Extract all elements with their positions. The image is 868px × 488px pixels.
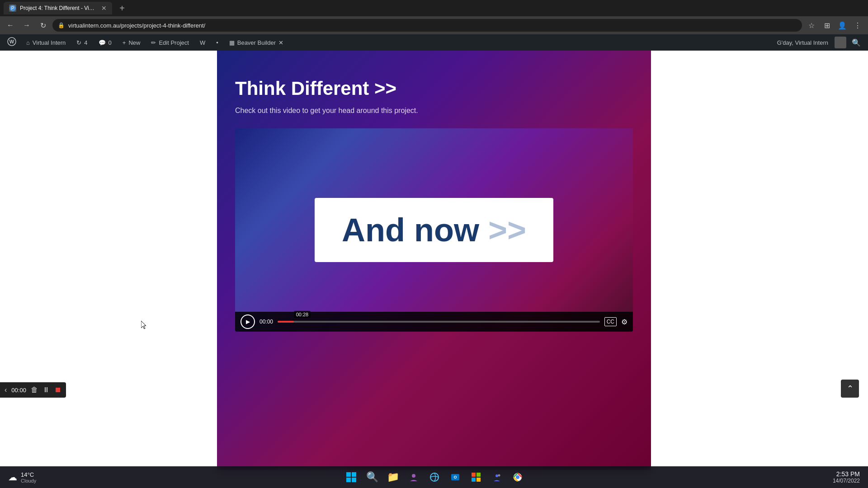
wp-admin-bar: W ⌂ Virtual Intern ↻ 4 💬 0 + New ✏ Edit …: [0, 34, 868, 51]
taskbar-outlook-button[interactable]: O: [446, 468, 465, 487]
wp-dot-icon[interactable]: •: [212, 34, 223, 51]
weather-temp: 14°C: [21, 471, 36, 478]
taskbar-browser-button[interactable]: [425, 468, 444, 487]
wp-beaver-builder[interactable]: ▦ Beaver Builder ✕: [225, 34, 288, 51]
floating-panel: ‹ 00:00 🗑 ⏸ ⏹: [0, 382, 66, 398]
page-content: Think Different >> Check out this video …: [0, 51, 868, 470]
toolbar-icons: ☆ ⊞ 👤 ⋮: [805, 19, 864, 32]
profile-icon[interactable]: 👤: [835, 19, 849, 32]
wp-updates[interactable]: ↻ 4: [72, 34, 92, 51]
bookmark-icon[interactable]: ☆: [805, 19, 818, 32]
svg-rect-5: [352, 472, 356, 477]
video-player[interactable]: And now >> ▶ 00:00 00:28 CC ⚙: [235, 128, 633, 332]
taskbar-files-button[interactable]: 📁: [383, 468, 402, 487]
taskbar-teams2-button[interactable]: [487, 468, 506, 487]
forward-button[interactable]: →: [20, 19, 33, 32]
svg-rect-12: [472, 473, 476, 477]
scroll-top-button[interactable]: ⌃: [841, 380, 859, 398]
tab-favicon: P: [9, 5, 16, 12]
panel-stop-button[interactable]: ⏹: [54, 386, 61, 394]
cc-button[interactable]: CC: [604, 317, 617, 326]
reload-button[interactable]: ↻: [36, 19, 50, 32]
weather-text: 14°C Cloudy: [21, 471, 36, 483]
taskbar-search-button[interactable]: 🔍: [363, 468, 382, 487]
right-padding: [651, 51, 868, 470]
taskbar-time: 2:53 PM: [836, 470, 860, 478]
svg-rect-13: [476, 473, 481, 477]
svg-rect-14: [472, 478, 476, 482]
svg-point-8: [412, 474, 415, 478]
wp-woo-icon[interactable]: W: [195, 34, 210, 51]
svg-point-9: [430, 473, 439, 481]
extensions-icon[interactable]: ⊞: [820, 19, 834, 32]
progress-bar[interactable]: 00:28: [278, 321, 600, 323]
wp-comment-icon: 💬: [99, 39, 106, 46]
svg-point-16: [495, 474, 498, 477]
url-text: virtualintern.com.au/projects/project-4-…: [68, 22, 205, 29]
svg-point-17: [498, 474, 500, 477]
wp-edit-project[interactable]: ✏ Edit Project: [146, 34, 193, 51]
panel-back-button[interactable]: ‹: [5, 386, 7, 394]
wp-admin-right: G'day, Virtual Intern 🔍: [773, 37, 864, 48]
svg-rect-4: [346, 472, 351, 477]
weather-widget[interactable]: ☁ 14°C Cloudy: [4, 469, 41, 485]
taskbar-center: 🔍 📁 O: [41, 468, 828, 487]
address-bar[interactable]: 🔒 virtualintern.com.au/projects/project-…: [52, 19, 802, 32]
taskbar-start-button[interactable]: [342, 468, 361, 487]
svg-text:P: P: [11, 6, 14, 11]
current-time: 00:00: [259, 319, 273, 325]
progress-tooltip: 00:28: [294, 311, 311, 318]
hero-section: Think Different >> Check out this video …: [217, 51, 651, 470]
page-wrapper: Think Different >> Check out this video …: [0, 51, 868, 470]
svg-point-20: [516, 476, 519, 479]
video-chevrons: >>: [488, 212, 526, 248]
panel-time: 00:00: [11, 387, 26, 394]
lock-icon: 🔒: [58, 22, 65, 28]
wp-plus-icon: +: [123, 39, 126, 46]
new-tab-button[interactable]: +: [116, 2, 128, 14]
video-main-text: And now: [342, 212, 488, 248]
svg-rect-6: [346, 478, 351, 482]
wp-site-name[interactable]: ⌂ Virtual Intern: [22, 34, 70, 51]
hero-title: Think Different >>: [235, 78, 633, 99]
wp-house-icon: ⌂: [26, 39, 30, 46]
svg-rect-15: [476, 478, 481, 482]
svg-text:O: O: [454, 475, 457, 479]
panel-delete-button[interactable]: 🗑: [31, 386, 38, 394]
wp-logo[interactable]: W: [4, 37, 20, 48]
browser-tab[interactable]: P Project 4: Think Different - Virtu... …: [4, 2, 112, 14]
wp-comments[interactable]: 💬 0: [94, 34, 116, 51]
wp-new-button[interactable]: + New: [118, 34, 145, 51]
weather-icon: ☁: [8, 472, 17, 483]
left-padding: [0, 51, 217, 470]
taskbar-store-button[interactable]: [467, 468, 486, 487]
wp-greeting-text: G'day, Virtual Intern: [773, 39, 833, 46]
hero-subtitle: Check out this video to get your head ar…: [235, 107, 633, 115]
tab-title: Project 4: Think Different - Virtu...: [20, 5, 96, 11]
svg-rect-7: [352, 478, 356, 482]
taskbar-left: ☁ 14°C Cloudy: [4, 469, 41, 485]
tab-close-button[interactable]: ✕: [101, 5, 107, 12]
weather-condition: Cloudy: [21, 478, 36, 483]
taskbar-teams-button[interactable]: [404, 468, 423, 487]
taskbar-date: 14/07/2022: [833, 478, 860, 484]
wp-avatar[interactable]: [835, 37, 846, 48]
wp-beaver-icon: ▦: [229, 39, 235, 46]
back-button[interactable]: ←: [4, 19, 17, 32]
address-bar-row: ← → ↻ 🔒 virtualintern.com.au/projects/pr…: [0, 16, 868, 34]
more-icon[interactable]: ⋮: [851, 19, 864, 32]
video-controls: ▶ 00:00 00:28 CC ⚙: [235, 312, 633, 332]
tab-bar: P Project 4: Think Different - Virtu... …: [0, 0, 868, 16]
panel-pause-button[interactable]: ⏸: [42, 386, 50, 394]
progress-fill: [278, 321, 294, 323]
play-button[interactable]: ▶: [241, 314, 255, 329]
wp-updates-icon: ↻: [76, 39, 81, 46]
settings-button[interactable]: ⚙: [621, 318, 627, 326]
wp-edit-icon: ✏: [151, 39, 156, 46]
video-overlay: And now >>: [315, 198, 553, 262]
wp-search-icon[interactable]: 🔍: [848, 38, 864, 47]
taskbar-right: 2:53 PM 14/07/2022: [828, 470, 864, 484]
svg-text:W: W: [9, 39, 14, 44]
taskbar: ☁ 14°C Cloudy 🔍 📁: [0, 466, 868, 488]
taskbar-chrome-button[interactable]: [508, 468, 527, 487]
